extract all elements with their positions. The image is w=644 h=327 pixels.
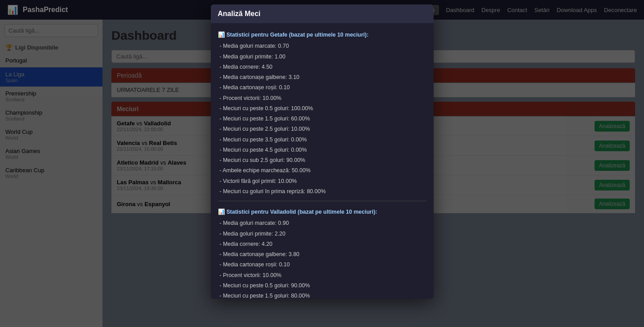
modal-stat-0-4: - Media cartonașe roșii: 0.10 [218,83,427,92]
modal-stat-1-6: - Meciuri cu peste 0.5 goluri: 90.00% [218,281,427,290]
modal-divider-0 [218,201,427,201]
modal-stat-0-7: - Meciuri cu peste 1.5 goluri: 60.00% [218,114,427,124]
modal-stat-1-7: - Meciuri cu peste 1.5 goluri: 80.00% [218,291,427,299]
modal-stat-0-13: - Victorii fără gol primit: 10.00% [218,177,427,186]
modal-stat-1-2: - Media cornere: 4.20 [218,240,427,249]
modal-section-0: 📊 Statistici pentru Getafe (bazat pe ult… [218,30,427,201]
modal-stat-0-12: - Ambele echipe marchează: 50.00% [218,166,427,175]
modal-stat-0-14: - Meciuri cu goluri în prima repriză: 80… [218,187,427,196]
modal-stat-1-4: - Media cartonașe roșii: 0.10 [218,260,427,269]
modal-section-1: 📊 Statistici pentru Valladolid (bazat pe… [218,207,427,299]
modal-stat-0-6: - Meciuri cu peste 0.5 goluri: 100.00% [218,104,427,113]
modal-body: 📊 Statistici pentru Getafe (bazat pe ult… [211,23,434,299]
modal-stat-0-1: - Media goluri primite: 1.00 [218,52,427,62]
modal-stat-1-3: - Media cartonașe galbene: 3.80 [218,250,427,259]
modal-dialog: Analiză Meci 📊 Statistici pentru Getafe … [211,4,434,299]
modal-section-title-1: 📊 Statistici pentru Valladolid (bazat pe… [218,207,427,217]
modal-stat-1-0: - Media goluri marcate: 0.90 [218,219,427,228]
modal-section-title-0: 📊 Statistici pentru Getafe (bazat pe ult… [218,30,427,40]
modal-stat-0-10: - Meciuri cu peste 4.5 goluri: 0.00% [218,145,427,155]
modal-stat-0-2: - Media cornere: 4.50 [218,62,427,72]
modal-stat-0-0: - Media goluri marcate: 0.70 [218,41,427,51]
modal-stat-0-11: - Meciuri cu sub 2.5 goluri: 90.00% [218,156,427,165]
modal-stat-0-9: - Meciuri cu peste 3.5 goluri: 0.00% [218,135,427,145]
modal-title: Analiză Meci [218,10,261,17]
modal-stat-0-8: - Meciuri cu peste 2.5 goluri: 10.00% [218,124,427,134]
modal-overlay[interactable]: Analiză Meci 📊 Statistici pentru Getafe … [0,0,644,327]
modal-stat-1-1: - Media goluri primite: 2.20 [218,229,427,239]
modal-header: Analiză Meci [211,4,434,23]
modal-stat-0-5: - Procent victorii: 10.00% [218,94,427,103]
modal-stat-1-5: - Procent victorii: 10.00% [218,271,427,280]
modal-stat-0-3: - Media cartonașe galbene: 3.10 [218,73,427,82]
